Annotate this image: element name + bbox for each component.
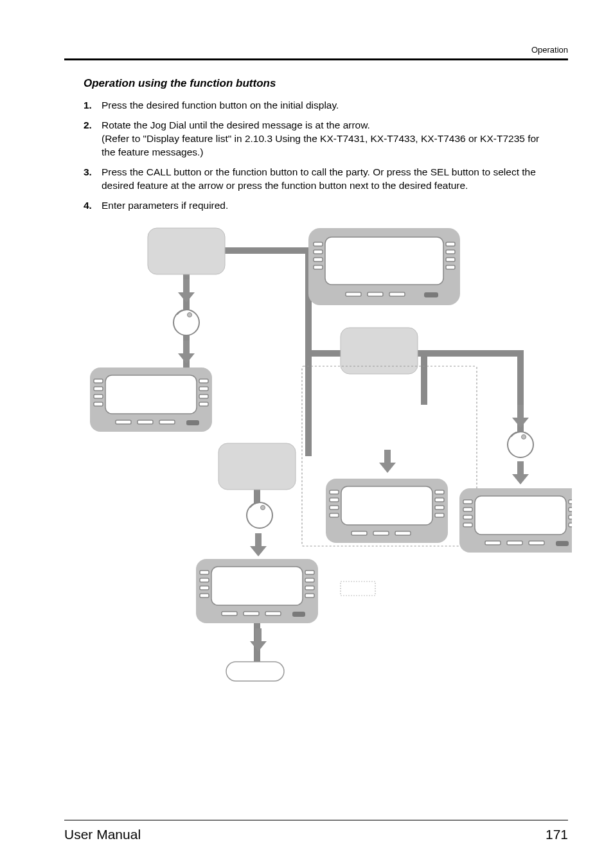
rule-top [64, 58, 568, 60]
list-item: 4. Enter parameters if required. [84, 199, 549, 213]
section-subheading: Operation using the function buttons [84, 77, 549, 90]
page-number: 171 [546, 827, 568, 842]
display-panel [90, 368, 212, 432]
display-panel [196, 559, 318, 623]
display-panel [308, 228, 460, 305]
step-number: 3. [84, 166, 95, 193]
footer-left: User Manual [64, 827, 141, 842]
list-item: 1. Press the desired function button on … [84, 99, 549, 112]
step-list: 1. Press the desired function button on … [84, 99, 549, 212]
display-panel [326, 479, 448, 543]
step-text: Enter parameters if required. [102, 199, 549, 213]
step-number: 1. [84, 99, 95, 112]
section-label: Operation [531, 45, 568, 55]
step-text: Press the desired function button on the… [102, 99, 549, 112]
step-number: 4. [84, 199, 95, 213]
display-panel [459, 488, 572, 553]
step-number: 2. [84, 119, 95, 159]
step-text: Rotate the Jog Dial until the desired me… [102, 119, 549, 159]
flow-diagram [84, 225, 572, 713]
step-text: Press the CALL button or the function bu… [102, 166, 549, 193]
list-item: 2. Rotate the Jog Dial until the desired… [84, 119, 549, 159]
list-item: 3. Press the CALL button or the function… [84, 166, 549, 193]
svg-rect-24 [226, 662, 284, 681]
svg-rect-25 [341, 581, 375, 596]
